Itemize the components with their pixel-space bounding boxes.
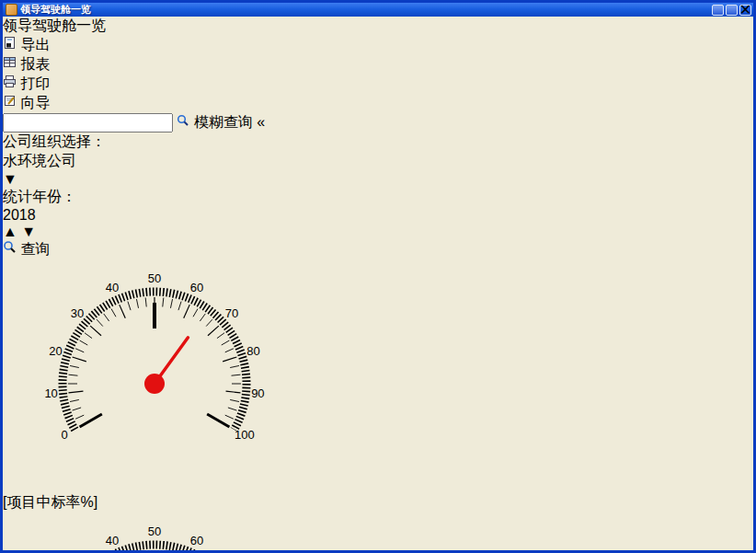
page-banner: 领导驾驶舱一览 (3, 17, 753, 36)
print-button[interactable]: 打印 (3, 75, 753, 94)
svg-text:70: 70 (225, 306, 238, 320)
svg-text:30: 30 (71, 306, 84, 320)
gauge-bid-win-rate: 0102030405060708090100 [项目中标率%] (3, 259, 753, 513)
search-icon[interactable] (177, 114, 189, 127)
gauge-panel: 0102030405060708090100 [项目中标率%] 01020304… (3, 259, 753, 553)
chevron-down-icon[interactable]: ▼ (3, 171, 753, 188)
spin-down-icon[interactable]: ▼ (21, 224, 36, 239)
org-select-value: 水环境公司 (3, 152, 753, 171)
close-button[interactable]: ✕ (739, 5, 751, 16)
svg-text:100: 100 (235, 428, 255, 442)
wizard-icon (3, 94, 17, 108)
app-icon (6, 4, 17, 16)
svg-text:0: 0 (62, 428, 68, 442)
report-icon (3, 55, 17, 69)
gauge-payment-rate: 01020304050607080901000% [项目回款率%] (3, 513, 753, 553)
svg-text:80: 80 (246, 344, 259, 358)
wizard-button[interactable]: 向导 (3, 94, 753, 113)
minimize-button[interactable] (712, 5, 724, 16)
org-select[interactable]: 水环境公司 ▼ (3, 152, 753, 188)
year-stepper[interactable]: 2018 ▲ ▼ (3, 207, 753, 240)
svg-text:10: 10 (44, 386, 57, 400)
gauge-dial: 0102030405060708090100 (3, 259, 306, 490)
print-icon (3, 75, 17, 88)
collapse-chevron-icon[interactable]: « (257, 114, 265, 130)
window-title: 领导驾驶舱一览 (20, 3, 710, 17)
svg-text:60: 60 (190, 281, 203, 294)
filter-row: 公司组织选择： 水环境公司 ▼ 统计年份： 2018 ▲ ▼ 查询 (3, 132, 753, 259)
svg-text:90: 90 (251, 386, 264, 400)
gauge-caption: [项目中标率%] (3, 493, 753, 513)
svg-text:20: 20 (49, 344, 62, 358)
close-icon: ✕ (739, 1, 751, 18)
page-title: 领导驾驶舱一览 (3, 17, 753, 36)
year-label: 统计年份： (3, 189, 76, 204)
maximize-button[interactable] (726, 5, 738, 16)
title-bar: 领导驾驶舱一览 ✕ (3, 3, 753, 17)
svg-text:40: 40 (106, 534, 119, 547)
export-icon (3, 36, 17, 50)
svg-text:50: 50 (148, 271, 161, 285)
org-select-label: 公司组织选择： (3, 133, 106, 149)
report-button[interactable]: 报表 (3, 55, 753, 75)
search-row: 模糊查询 « (3, 113, 753, 132)
spin-up-icon[interactable]: ▲ (3, 224, 17, 239)
query-button[interactable]: 查询 (3, 240, 753, 259)
query-search-icon (3, 240, 17, 254)
export-button[interactable]: 导出 (3, 36, 753, 55)
svg-text:40: 40 (106, 281, 119, 294)
svg-text:60: 60 (190, 534, 203, 547)
year-value: 2018 (3, 207, 753, 224)
gauge-dial: 01020304050607080901000% (3, 513, 306, 553)
search-input[interactable] (3, 113, 173, 132)
app-window: 领导驾驶舱一览 ✕ 领导驾驶舱一览 导出 报表 打印 向导 (0, 0, 756, 553)
toolbar: 导出 报表 打印 向导 (3, 36, 753, 113)
fuzzy-query-button[interactable]: 模糊查询 (194, 114, 253, 130)
svg-text:50: 50 (148, 524, 161, 538)
